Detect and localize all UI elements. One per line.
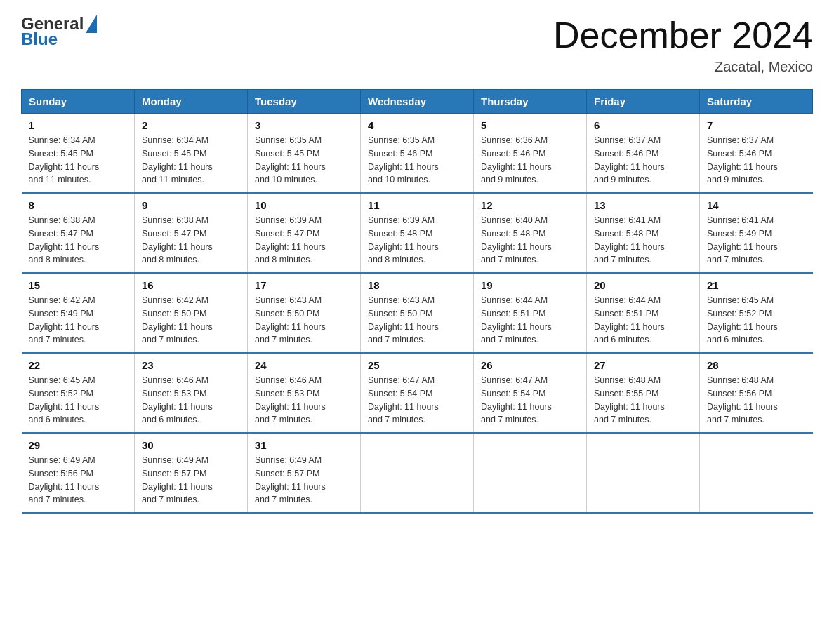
calendar-cell: 18 Sunrise: 6:43 AMSunset: 5:50 PMDaylig… xyxy=(361,273,474,353)
week-row-2: 8 Sunrise: 6:38 AMSunset: 5:47 PMDayligh… xyxy=(22,193,813,273)
calendar-cell: 25 Sunrise: 6:47 AMSunset: 5:54 PMDaylig… xyxy=(361,353,474,433)
day-info: Sunrise: 6:40 AMSunset: 5:48 PMDaylight:… xyxy=(481,214,579,267)
day-info: Sunrise: 6:38 AMSunset: 5:47 PMDaylight:… xyxy=(29,214,128,267)
day-number: 6 xyxy=(594,119,692,131)
day-info: Sunrise: 6:49 AMSunset: 5:57 PMDaylight:… xyxy=(142,454,240,507)
header-cell-tuesday: Tuesday xyxy=(248,90,361,114)
day-number: 23 xyxy=(142,359,240,371)
day-info: Sunrise: 6:35 AMSunset: 5:46 PMDaylight:… xyxy=(368,134,466,187)
day-info: Sunrise: 6:49 AMSunset: 5:56 PMDaylight:… xyxy=(29,454,128,507)
day-number: 4 xyxy=(368,119,466,131)
day-number: 3 xyxy=(255,119,353,131)
calendar-cell: 29 Sunrise: 6:49 AMSunset: 5:56 PMDaylig… xyxy=(22,433,135,513)
day-number: 24 xyxy=(255,359,353,371)
calendar-cell: 13 Sunrise: 6:41 AMSunset: 5:48 PMDaylig… xyxy=(587,193,700,273)
location-display: Zacatal, Mexico xyxy=(553,59,813,75)
day-info: Sunrise: 6:45 AMSunset: 5:52 PMDaylight:… xyxy=(29,374,128,427)
calendar-cell: 11 Sunrise: 6:39 AMSunset: 5:48 PMDaylig… xyxy=(361,193,474,273)
calendar-table: SundayMondayTuesdayWednesdayThursdayFrid… xyxy=(21,89,813,514)
day-number: 5 xyxy=(481,119,579,131)
calendar-cell xyxy=(474,433,587,513)
day-info: Sunrise: 6:49 AMSunset: 5:57 PMDaylight:… xyxy=(255,454,353,507)
calendar-body: 1 Sunrise: 6:34 AMSunset: 5:45 PMDayligh… xyxy=(22,114,813,514)
calendar-cell: 26 Sunrise: 6:47 AMSunset: 5:54 PMDaylig… xyxy=(474,353,587,433)
day-number: 29 xyxy=(29,439,128,451)
calendar-cell xyxy=(587,433,700,513)
header-cell-saturday: Saturday xyxy=(700,90,813,114)
calendar-cell: 1 Sunrise: 6:34 AMSunset: 5:45 PMDayligh… xyxy=(22,114,135,194)
day-info: Sunrise: 6:37 AMSunset: 5:46 PMDaylight:… xyxy=(594,134,692,187)
header-cell-monday: Monday xyxy=(135,90,248,114)
day-number: 14 xyxy=(707,199,806,211)
day-number: 1 xyxy=(29,119,128,131)
day-number: 8 xyxy=(29,199,128,211)
calendar-cell: 21 Sunrise: 6:45 AMSunset: 5:52 PMDaylig… xyxy=(700,273,813,353)
day-info: Sunrise: 6:38 AMSunset: 5:47 PMDaylight:… xyxy=(142,214,240,267)
week-row-4: 22 Sunrise: 6:45 AMSunset: 5:52 PMDaylig… xyxy=(22,353,813,433)
header-cell-sunday: Sunday xyxy=(22,90,135,114)
calendar-cell: 2 Sunrise: 6:34 AMSunset: 5:45 PMDayligh… xyxy=(135,114,248,194)
day-info: Sunrise: 6:43 AMSunset: 5:50 PMDaylight:… xyxy=(368,294,466,347)
calendar-cell: 19 Sunrise: 6:44 AMSunset: 5:51 PMDaylig… xyxy=(474,273,587,353)
day-number: 31 xyxy=(255,439,353,451)
day-info: Sunrise: 6:34 AMSunset: 5:45 PMDaylight:… xyxy=(142,134,240,187)
day-number: 18 xyxy=(368,279,466,291)
calendar-cell xyxy=(361,433,474,513)
week-row-1: 1 Sunrise: 6:34 AMSunset: 5:45 PMDayligh… xyxy=(22,114,813,194)
day-info: Sunrise: 6:44 AMSunset: 5:51 PMDaylight:… xyxy=(481,294,579,347)
day-number: 15 xyxy=(29,279,128,291)
calendar-cell: 27 Sunrise: 6:48 AMSunset: 5:55 PMDaylig… xyxy=(587,353,700,433)
calendar-cell: 28 Sunrise: 6:48 AMSunset: 5:56 PMDaylig… xyxy=(700,353,813,433)
day-info: Sunrise: 6:39 AMSunset: 5:48 PMDaylight:… xyxy=(368,214,466,267)
title-block: December 2024 Zacatal, Mexico xyxy=(553,14,813,75)
day-info: Sunrise: 6:47 AMSunset: 5:54 PMDaylight:… xyxy=(368,374,466,427)
day-info: Sunrise: 6:37 AMSunset: 5:46 PMDaylight:… xyxy=(707,134,806,187)
day-info: Sunrise: 6:46 AMSunset: 5:53 PMDaylight:… xyxy=(255,374,353,427)
calendar-cell: 4 Sunrise: 6:35 AMSunset: 5:46 PMDayligh… xyxy=(361,114,474,194)
day-info: Sunrise: 6:41 AMSunset: 5:49 PMDaylight:… xyxy=(707,214,806,267)
day-number: 26 xyxy=(481,359,579,371)
day-number: 10 xyxy=(255,199,353,211)
day-info: Sunrise: 6:35 AMSunset: 5:45 PMDaylight:… xyxy=(255,134,353,187)
calendar-cell: 9 Sunrise: 6:38 AMSunset: 5:47 PMDayligh… xyxy=(135,193,248,273)
calendar-cell: 8 Sunrise: 6:38 AMSunset: 5:47 PMDayligh… xyxy=(22,193,135,273)
day-info: Sunrise: 6:36 AMSunset: 5:46 PMDaylight:… xyxy=(481,134,579,187)
logo-area: General Blue xyxy=(21,14,97,49)
top-header-row: General Blue December 2024 Zacatal, Mexi… xyxy=(21,14,813,75)
day-info: Sunrise: 6:48 AMSunset: 5:55 PMDaylight:… xyxy=(594,374,692,427)
calendar-cell: 30 Sunrise: 6:49 AMSunset: 5:57 PMDaylig… xyxy=(135,433,248,513)
calendar-cell: 17 Sunrise: 6:43 AMSunset: 5:50 PMDaylig… xyxy=(248,273,361,353)
day-info: Sunrise: 6:42 AMSunset: 5:49 PMDaylight:… xyxy=(29,294,128,347)
calendar-container: SundayMondayTuesdayWednesdayThursdayFrid… xyxy=(21,89,813,514)
day-info: Sunrise: 6:47 AMSunset: 5:54 PMDaylight:… xyxy=(481,374,579,427)
header-row: SundayMondayTuesdayWednesdayThursdayFrid… xyxy=(22,90,813,114)
day-number: 20 xyxy=(594,279,692,291)
day-info: Sunrise: 6:46 AMSunset: 5:53 PMDaylight:… xyxy=(142,374,240,427)
calendar-cell: 31 Sunrise: 6:49 AMSunset: 5:57 PMDaylig… xyxy=(248,433,361,513)
day-number: 9 xyxy=(142,199,240,211)
header-cell-thursday: Thursday xyxy=(474,90,587,114)
calendar-header: SundayMondayTuesdayWednesdayThursdayFrid… xyxy=(22,90,813,114)
calendar-cell: 6 Sunrise: 6:37 AMSunset: 5:46 PMDayligh… xyxy=(587,114,700,194)
header-cell-friday: Friday xyxy=(587,90,700,114)
day-number: 27 xyxy=(594,359,692,371)
day-info: Sunrise: 6:41 AMSunset: 5:48 PMDaylight:… xyxy=(594,214,692,267)
calendar-cell: 5 Sunrise: 6:36 AMSunset: 5:46 PMDayligh… xyxy=(474,114,587,194)
week-row-3: 15 Sunrise: 6:42 AMSunset: 5:49 PMDaylig… xyxy=(22,273,813,353)
calendar-cell: 20 Sunrise: 6:44 AMSunset: 5:51 PMDaylig… xyxy=(587,273,700,353)
calendar-cell xyxy=(700,433,813,513)
day-info: Sunrise: 6:43 AMSunset: 5:50 PMDaylight:… xyxy=(255,294,353,347)
day-info: Sunrise: 6:34 AMSunset: 5:45 PMDaylight:… xyxy=(29,134,128,187)
calendar-cell: 3 Sunrise: 6:35 AMSunset: 5:45 PMDayligh… xyxy=(248,114,361,194)
day-number: 2 xyxy=(142,119,240,131)
day-number: 13 xyxy=(594,199,692,211)
day-number: 17 xyxy=(255,279,353,291)
calendar-cell: 22 Sunrise: 6:45 AMSunset: 5:52 PMDaylig… xyxy=(22,353,135,433)
calendar-cell: 14 Sunrise: 6:41 AMSunset: 5:49 PMDaylig… xyxy=(700,193,813,273)
day-number: 12 xyxy=(481,199,579,211)
day-number: 25 xyxy=(368,359,466,371)
day-number: 28 xyxy=(707,359,806,371)
day-info: Sunrise: 6:45 AMSunset: 5:52 PMDaylight:… xyxy=(707,294,806,347)
calendar-cell: 15 Sunrise: 6:42 AMSunset: 5:49 PMDaylig… xyxy=(22,273,135,353)
day-number: 22 xyxy=(29,359,128,371)
